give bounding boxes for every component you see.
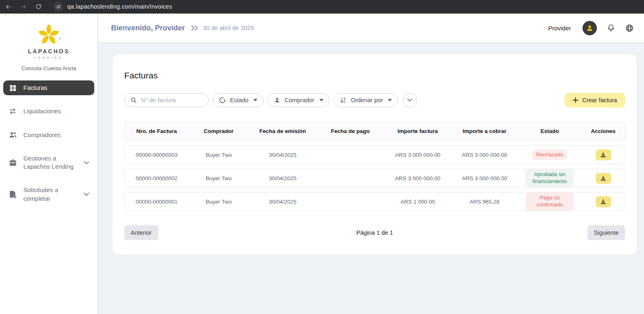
download-invoice-button[interactable] <box>596 173 611 184</box>
sidebar-item-label: Compradores <box>23 131 61 139</box>
person-icon <box>274 97 280 103</box>
sidebar-menu: Facturas Liquidaciones Compradores Gesti… <box>0 71 98 206</box>
caret-down-icon <box>253 99 257 101</box>
people-icon <box>8 131 17 138</box>
col-header-status: Estado <box>518 128 582 134</box>
col-header-buyer: Comprador <box>189 128 249 134</box>
welcome-title: Bienvenido, Provider <box>111 24 185 32</box>
status-badge: Rechazado <box>532 149 567 160</box>
header-date: 30 de abril de 2025 <box>203 25 254 31</box>
content-area: Facturas Estado <box>98 43 644 314</box>
chevron-down-icon <box>84 161 89 165</box>
sidebar-item-gestiones[interactable]: Gestiones a Lapachos Lending <box>3 151 94 174</box>
cell-invoice-number: 00000-00000003 <box>125 152 189 158</box>
document-check-icon <box>8 190 17 198</box>
sidebar-item-solicitudes[interactable]: Solicitudes a completar <box>3 183 94 206</box>
search-icon <box>130 97 137 103</box>
cell-buyer: Buyer Two <box>189 175 249 181</box>
language-globe-icon[interactable] <box>625 24 634 32</box>
sort-az-icon: AZ <box>340 97 347 104</box>
sidebar-item-facturas[interactable]: Facturas <box>3 80 94 95</box>
col-header-payment-date: Fecha de pago <box>316 128 384 134</box>
cell-buyer: Buyer Two <box>189 152 249 158</box>
back-icon[interactable] <box>5 3 12 10</box>
caret-down-icon <box>319 99 323 101</box>
status-badge: Pago no confirmado <box>526 193 574 211</box>
cell-buyer: Buyer Two <box>189 199 249 205</box>
browser-toolbar: qa.lapachoslending.com/main/Invoices <box>0 0 644 14</box>
search-input[interactable] <box>141 97 203 103</box>
cell-issue-date: 30/04/2025 <box>249 199 316 205</box>
invoices-card: Facturas Estado <box>113 54 637 254</box>
lapachos-flower-icon: ® <box>34 21 63 47</box>
brand-logo: ® LAPACHOS LENDING Consola Cuenta Ancla <box>0 21 98 71</box>
console-label: Consola Cuenta Ancla <box>0 65 98 71</box>
svg-text:®: ® <box>59 37 61 40</box>
col-header-actions: Acciones <box>582 128 625 134</box>
table-row: 00000-00000003 Buyer Two 30/04/2025 ARS … <box>124 145 625 164</box>
url-text: qa.lapachoslending.com/main/Invoices <box>67 3 172 10</box>
comprador-filter-label: Comprador <box>284 97 314 103</box>
cell-receivable: ARS 965.28 <box>451 199 518 205</box>
brand-subtitle: LENDING <box>0 56 98 60</box>
refresh-icon[interactable] <box>35 3 42 10</box>
plus-icon <box>573 97 578 103</box>
pagination: Anterior Página 1 de 1 Siguiente <box>124 225 625 240</box>
col-header-receivable: Importe a cobrar <box>451 128 518 134</box>
page-title: Facturas <box>124 71 625 80</box>
header-actions: Provider <box>548 21 634 35</box>
user-name: Provider <box>548 25 571 32</box>
cell-invoice-number: 00000-00000001 <box>125 199 189 205</box>
col-header-invoice: Nro. de Factura <box>125 128 189 134</box>
page-info: Página 1 de 1 <box>356 229 393 236</box>
ordenar-filter-label: Ordenar por <box>351 97 383 103</box>
site-settings-icon[interactable] <box>53 2 63 11</box>
cell-amount: ARS 1 000.00 <box>384 199 451 205</box>
status-badge: Aprobada sin financiamiento <box>526 169 574 187</box>
svg-text:Z: Z <box>344 100 345 103</box>
sidebar-item-label: Facturas <box>23 84 47 92</box>
comprador-filter-dropdown[interactable]: Comprador <box>268 93 330 107</box>
next-page-button[interactable]: Siguiente <box>587 225 625 240</box>
caret-down-icon <box>388 99 392 101</box>
avatar[interactable] <box>583 21 597 35</box>
table-header-row: Nro. de Factura Comprador Fecha de emisi… <box>124 122 625 140</box>
cell-issue-date: 30/04/2025 <box>249 175 316 181</box>
page-header: Bienvenido, Provider 30 de abril de 2025… <box>98 14 644 43</box>
invoice-search[interactable] <box>124 93 209 107</box>
cell-amount: ARS 3 000 000.00 <box>384 152 451 158</box>
previous-page-button[interactable]: Anterior <box>124 225 158 240</box>
svg-text:A: A <box>344 97 346 100</box>
grid-icon <box>8 84 17 92</box>
cell-receivable: ARS 3 000 000.00 <box>451 175 518 181</box>
create-invoice-button[interactable]: Crear factura <box>564 93 625 108</box>
forward-icon[interactable] <box>20 3 27 10</box>
cell-receivable: ARS 3 000 000.00 <box>451 152 518 158</box>
swap-arrows-icon <box>8 108 17 115</box>
estado-filter-dropdown[interactable]: Estado <box>213 93 264 107</box>
brand-name: LAPACHOS <box>0 48 98 55</box>
cell-amount: ARS 3 000 000.00 <box>384 175 451 181</box>
estado-filter-label: Estado <box>230 97 248 103</box>
col-header-issue-date: Fecha de emisión <box>249 128 316 134</box>
chevron-down-icon <box>84 193 89 196</box>
double-chevron-icon <box>191 25 199 31</box>
address-bar[interactable]: qa.lapachoslending.com/main/Invoices <box>53 2 172 11</box>
more-filters-button[interactable] <box>403 94 416 107</box>
download-invoice-button[interactable] <box>596 149 611 160</box>
download-invoice-button[interactable] <box>596 196 611 207</box>
sidebar-item-label: Solicitudes a completar <box>23 186 77 203</box>
filter-bar: Estado Comprador <box>124 93 625 108</box>
table-row: 00000-00000001 Buyer Two 30/04/2025 ARS … <box>124 192 625 211</box>
sidebar-item-label: Liquidaciones <box>23 107 61 115</box>
sidebar-item-compradores[interactable]: Compradores <box>3 128 94 142</box>
create-invoice-label: Crear factura <box>582 97 617 103</box>
table-row: 00000-00000002 Buyer Two 30/04/2025 ARS … <box>124 169 625 188</box>
sidebar: ® LAPACHOS LENDING Consola Cuenta Ancla … <box>0 14 98 314</box>
sidebar-item-liquidaciones[interactable]: Liquidaciones <box>3 104 94 119</box>
ordenar-filter-dropdown[interactable]: AZ Ordenar por <box>334 93 398 107</box>
cell-invoice-number: 00000-00000002 <box>125 175 189 181</box>
status-circle-icon <box>219 97 226 104</box>
notifications-bell-icon[interactable] <box>607 23 615 32</box>
briefcase-icon <box>8 159 17 166</box>
